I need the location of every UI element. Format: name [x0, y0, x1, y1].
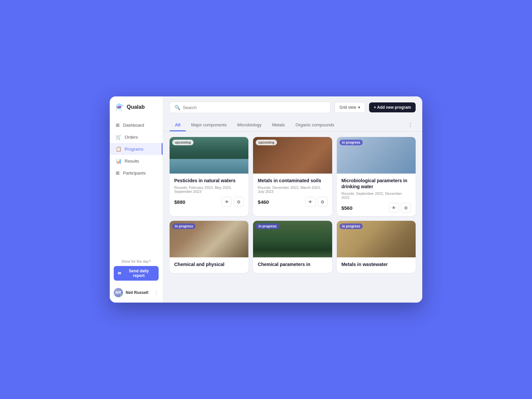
sidebar-label-programs: Programs	[125, 147, 143, 152]
topbar: 🔍 Grid view ▾ + Add new program	[163, 96, 422, 118]
program-card[interactable]: in progress Chemical parameters in	[253, 221, 332, 273]
app-name: Qualab	[127, 104, 145, 110]
card-body: Metals in wastewater	[337, 257, 416, 273]
add-program-label: + Add new program	[374, 105, 411, 110]
card-actions: 👁 ⚙	[306, 197, 328, 207]
sidebar-item-results[interactable]: 📊 Results	[110, 155, 163, 167]
card-title: Chemical parameters in	[258, 261, 327, 267]
sidebar: ⚗️ Qualab ⊞ Dashboard 🛒 Orders 📋 Program…	[110, 96, 163, 303]
send-icon: ✉	[118, 271, 121, 276]
programs-icon: 📋	[116, 146, 121, 152]
main-content: 🔍 Grid view ▾ + Add new program All Majo…	[163, 96, 422, 303]
search-input[interactable]	[183, 105, 326, 110]
search-box[interactable]: 🔍	[170, 102, 331, 113]
tab-all[interactable]: All	[170, 118, 186, 131]
program-card[interactable]: upcoming Metals in contaminated soils Ro…	[253, 137, 332, 216]
card-title: Metals in contaminated soils	[258, 178, 327, 184]
card-actions: 👁 ⚙	[389, 203, 411, 213]
card-price: $460	[258, 199, 269, 205]
card-body: Metals in contaminated soils Rounds: Dec…	[253, 174, 332, 210]
card-badge: in progress	[256, 223, 279, 229]
card-actions: 👁 ⚙	[222, 197, 244, 207]
add-program-button[interactable]: + Add new program	[369, 102, 416, 112]
card-image: in progress	[170, 221, 248, 257]
card-footer: $560 👁 ⚙	[341, 203, 411, 213]
card-image: in progress	[253, 221, 332, 257]
send-report-label: Send daily report	[123, 269, 155, 278]
card-badge: upcoming	[256, 140, 277, 145]
settings-button[interactable]: ⚙	[234, 197, 244, 207]
settings-button[interactable]: ⚙	[318, 197, 328, 207]
card-title: Chemical and physical	[174, 261, 244, 267]
dashboard-icon: ⊞	[116, 122, 120, 128]
card-rounds: Rounds: February 2023, May 2023, Septemb…	[174, 186, 244, 194]
logo: ⚗️ Qualab	[110, 103, 163, 119]
user-name: Neil Russell	[126, 290, 151, 295]
tab-organic-compounds[interactable]: Organic compounds	[290, 118, 339, 131]
sidebar-bottom: Done for the day? ✉ Send daily report	[110, 259, 163, 281]
sidebar-item-orders[interactable]: 🛒 Orders	[110, 131, 163, 143]
card-badge: in progress	[339, 223, 363, 229]
tab-microbiology[interactable]: Microbiology	[232, 118, 267, 131]
view-button[interactable]: 👁	[222, 197, 232, 207]
program-card[interactable]: in progress Chemical and physical	[170, 221, 248, 273]
send-report-button[interactable]: ✉ Send daily report	[114, 266, 159, 281]
sidebar-nav: ⊞ Dashboard 🛒 Orders 📋 Programs 📊 Result…	[110, 119, 163, 179]
tabs-bar: All Major components Microbiology Metals…	[163, 118, 422, 132]
orders-icon: 🛒	[116, 134, 121, 140]
sidebar-label-orders: Orders	[125, 135, 138, 140]
logo-icon: ⚗️	[116, 103, 124, 111]
program-card[interactable]: in progress Metals in wastewater	[337, 221, 416, 273]
card-body: Chemical and physical	[170, 257, 248, 273]
sidebar-item-programs[interactable]: 📋 Programs	[110, 143, 163, 155]
card-footer: $880 👁 ⚙	[174, 197, 244, 207]
card-footer: $460 👁 ⚙	[258, 197, 327, 207]
done-label: Done for the day?	[114, 259, 159, 263]
app-window: ⚗️ Qualab ⊞ Dashboard 🛒 Orders 📋 Program…	[110, 96, 422, 303]
search-icon: 🔍	[175, 105, 180, 110]
avatar: NR	[114, 288, 123, 297]
card-price: $880	[174, 199, 185, 205]
card-image: in progress	[337, 221, 416, 257]
card-image: upcoming	[253, 137, 332, 174]
card-image: in progress	[337, 137, 416, 174]
results-icon: 📊	[116, 158, 121, 164]
user-row: NR Neil Russell ⋮	[110, 284, 163, 297]
tab-metals[interactable]: Metals	[267, 118, 290, 131]
card-body: Pesticides in natural waters Rounds: Feb…	[170, 174, 248, 210]
card-title: Microbiological parameters in drinking w…	[341, 178, 411, 190]
tabs-more-button[interactable]: ⋮	[405, 119, 416, 131]
grid-view-label: Grid view	[339, 105, 356, 110]
card-body: Microbiological parameters in drinking w…	[337, 174, 416, 216]
card-body: Chemical parameters in	[253, 257, 332, 273]
sidebar-item-dashboard[interactable]: ⊞ Dashboard	[110, 119, 163, 131]
card-rounds: Rounds: September 2022, December 2022	[341, 192, 411, 200]
sidebar-label-participants: Participants	[123, 171, 146, 176]
chevron-down-icon: ▾	[358, 105, 360, 110]
grid-view-button[interactable]: Grid view ▾	[334, 102, 365, 113]
view-button[interactable]: 👁	[389, 203, 399, 213]
sidebar-item-participants[interactable]: ⊞ Participants	[110, 167, 163, 179]
settings-button[interactable]: ⚙	[401, 203, 411, 213]
card-badge: in progress	[172, 223, 196, 229]
cards-grid: upcoming Pesticides in natural waters Ro…	[170, 137, 416, 273]
online-indicator	[120, 295, 123, 297]
cards-content: upcoming Pesticides in natural waters Ro…	[163, 132, 422, 303]
user-more-button[interactable]: ⋮	[154, 290, 159, 295]
view-button[interactable]: 👁	[306, 197, 316, 207]
sidebar-label-results: Results	[125, 159, 139, 164]
card-title: Pesticides in natural waters	[174, 178, 244, 184]
participants-icon: ⊞	[116, 170, 120, 176]
program-card[interactable]: in progress Microbiological parameters i…	[337, 137, 416, 216]
card-price: $560	[341, 205, 352, 211]
card-badge: upcoming	[172, 140, 194, 145]
program-card[interactable]: upcoming Pesticides in natural waters Ro…	[170, 137, 248, 216]
sidebar-label-dashboard: Dashboard	[123, 123, 144, 128]
tab-major-components[interactable]: Major components	[186, 118, 232, 131]
card-rounds: Rounds: December 2022, March 2023, July …	[258, 186, 327, 194]
card-title: Metals in wastewater	[341, 261, 411, 267]
card-badge: in progress	[339, 140, 363, 145]
card-image: upcoming	[170, 137, 248, 174]
